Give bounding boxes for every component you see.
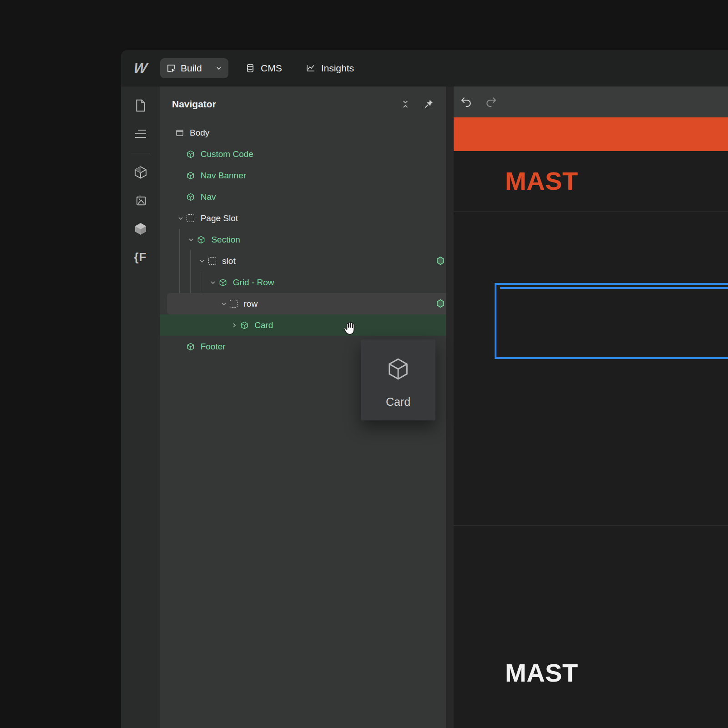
tree-row-label: Nav (201, 192, 216, 202)
webflow-logo-glyph: W (133, 60, 148, 76)
tree-row-label: Footer (201, 342, 226, 352)
toolbar-divider (131, 153, 150, 153)
tree-row-section[interactable]: Section (160, 229, 446, 250)
drag-ghost-card: Card (361, 339, 435, 420)
canvas-toolbar (454, 86, 728, 117)
designer-window: W Build (121, 50, 728, 728)
tree-row-label: Body (190, 128, 209, 138)
navigator-icon[interactable] (131, 125, 150, 143)
variables-icon[interactable]: {F (131, 248, 150, 266)
component-cube-icon (240, 321, 249, 330)
tree-row-label: Page Slot (201, 213, 238, 223)
top-bar: W Build (121, 50, 728, 86)
insights-label: Insights (321, 63, 354, 74)
tree-row-card[interactable]: Card (160, 314, 446, 336)
build-mode-button[interactable]: Build (160, 58, 228, 78)
component-cube-icon (385, 356, 411, 384)
tree-row-page-slot[interactable]: Page Slot (160, 207, 446, 229)
slot-icon (207, 257, 217, 266)
database-icon (245, 63, 255, 73)
page-lower-section[interactable]: MAST (454, 526, 728, 728)
chevron-down-icon (215, 65, 222, 72)
select-cursor-icon (166, 63, 176, 73)
tree-row-custom-code[interactable]: Custom Code (160, 143, 446, 165)
pages-icon[interactable] (131, 96, 150, 115)
line-chart-icon (306, 63, 316, 73)
components-icon[interactable] (131, 220, 150, 238)
tree-row-label: row (244, 299, 258, 309)
drag-ghost-label: Card (386, 395, 410, 409)
row-hover-highlight (167, 293, 446, 314)
elements-icon[interactable] (131, 163, 150, 182)
tree-row-label: Card (254, 320, 273, 330)
assets-icon[interactable] (131, 192, 150, 210)
component-cube-icon (218, 278, 228, 287)
cms-label: CMS (261, 63, 282, 74)
component-cube-icon (186, 171, 195, 180)
collapse-all-icon[interactable] (400, 99, 410, 109)
tree-row-nav-banner[interactable]: Nav Banner (160, 165, 446, 186)
tree-row-label: Section (211, 235, 240, 245)
chevron-down-icon[interactable] (218, 300, 229, 308)
nested-element-outline (500, 287, 728, 289)
page-canvas[interactable]: MAST MAST (454, 86, 728, 728)
tree-row-slot[interactable]: slot (160, 250, 446, 272)
build-label: Build (181, 63, 202, 74)
navigator-title: Navigator (172, 99, 388, 110)
component-cube-icon (186, 192, 195, 202)
tree-row-label: Custom Code (201, 149, 253, 159)
tree-row-label: slot (222, 256, 236, 266)
chevron-down-icon[interactable] (207, 279, 218, 286)
lower-masthead-text[interactable]: MAST (505, 658, 578, 688)
slot-icon (186, 214, 195, 223)
chevron-down-icon[interactable] (175, 215, 186, 222)
insights-tab[interactable]: Insights (306, 63, 354, 74)
webflow-logo[interactable]: W (121, 60, 160, 76)
tree-row-body[interactable]: Body (160, 122, 446, 143)
navigator-tree: BodyCustom CodeNav BannerNavPage SlotSec… (160, 122, 446, 357)
selected-element-outline[interactable] (495, 283, 728, 359)
component-cube-icon (197, 235, 206, 244)
page-middle-section[interactable] (454, 212, 728, 526)
tree-row-nav[interactable]: Nav (160, 186, 446, 207)
body-icon (175, 128, 184, 137)
slot-badge-icon (436, 299, 445, 310)
tree-row-row[interactable]: row (160, 293, 446, 314)
cms-tab[interactable]: CMS (245, 63, 282, 74)
navigator-header: Navigator (160, 86, 446, 122)
component-cube-icon (186, 150, 195, 159)
hero-masthead-text[interactable]: MAST (505, 166, 578, 196)
slot-badge-icon (436, 256, 445, 267)
left-toolbar: {F (121, 86, 160, 728)
redo-icon[interactable] (484, 95, 498, 109)
tree-row-grid-row[interactable]: Grid - Row (160, 272, 446, 293)
tree-row-label: Nav Banner (201, 171, 246, 181)
chevron-down-icon[interactable] (186, 236, 197, 243)
tree-row-label: Grid - Row (233, 278, 274, 288)
chevron-down-icon[interactable] (197, 258, 207, 265)
pin-panel-icon[interactable] (423, 99, 434, 110)
page-top-banner[interactable] (454, 117, 728, 151)
grab-hand-cursor (340, 318, 359, 339)
page-hero-section[interactable]: MAST (454, 151, 728, 212)
slot-icon (229, 299, 238, 308)
component-cube-icon (186, 342, 195, 351)
undo-icon[interactable] (460, 95, 473, 109)
chevron-right-icon[interactable] (229, 322, 240, 329)
canvas-area: MAST MAST (446, 86, 728, 728)
row-drop-highlight (160, 314, 446, 336)
